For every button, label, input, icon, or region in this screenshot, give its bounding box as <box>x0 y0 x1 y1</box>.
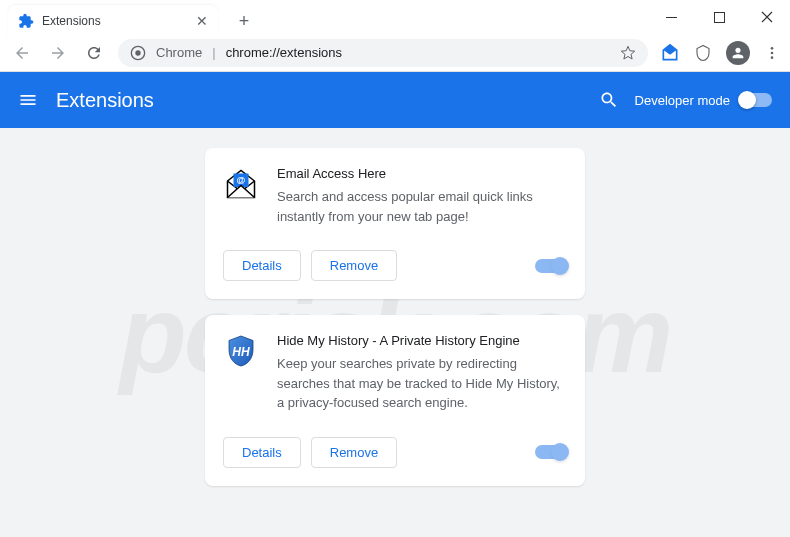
extensions-content: pcrisk.com @ Email Access Here Search an… <box>0 128 790 537</box>
shield-icon: HH <box>223 333 259 369</box>
page-title: Extensions <box>56 89 599 112</box>
puzzle-icon <box>18 13 34 29</box>
bookmark-star-icon[interactable] <box>620 45 636 61</box>
shield-extension-icon[interactable] <box>694 44 712 62</box>
omnibox-separator: | <box>212 45 215 60</box>
svg-rect-1 <box>714 12 724 22</box>
search-icon[interactable] <box>599 90 619 110</box>
maximize-button[interactable] <box>704 2 734 32</box>
details-button[interactable]: Details <box>223 250 301 281</box>
omnibox-url: chrome://extensions <box>226 45 342 60</box>
svg-rect-0 <box>666 17 677 18</box>
extension-toggle[interactable] <box>535 259 567 273</box>
new-tab-button[interactable]: + <box>230 7 258 35</box>
svg-point-5 <box>771 51 774 54</box>
developer-mode-label: Developer mode <box>635 93 730 108</box>
reload-button[interactable] <box>82 41 106 65</box>
mail-extension-icon[interactable] <box>660 43 680 63</box>
svg-text:HH: HH <box>232 345 250 359</box>
back-button[interactable] <box>10 41 34 65</box>
minimize-button[interactable] <box>656 2 686 32</box>
address-bar: Chrome | chrome://extensions <box>0 34 790 72</box>
extension-description: Search and access popular email quick li… <box>277 187 567 226</box>
remove-button[interactable]: Remove <box>311 250 397 281</box>
svg-point-3 <box>135 50 140 55</box>
email-icon: @ <box>223 166 259 202</box>
omnibox-label: Chrome <box>156 45 202 60</box>
extensions-header: Extensions Developer mode <box>0 72 790 128</box>
svg-point-6 <box>771 56 774 59</box>
extension-name: Hide My History - A Private History Engi… <box>277 333 567 348</box>
extension-name: Email Access Here <box>277 166 567 181</box>
tab-title: Extensions <box>42 14 196 28</box>
chrome-icon <box>130 45 146 61</box>
toolbar-icons <box>660 41 780 65</box>
menu-dots-icon[interactable] <box>764 45 780 61</box>
profile-avatar[interactable] <box>726 41 750 65</box>
remove-button[interactable]: Remove <box>311 437 397 468</box>
svg-point-4 <box>771 47 774 50</box>
extension-description: Keep your searches private by redirectin… <box>277 354 567 413</box>
extension-toggle[interactable] <box>535 445 567 459</box>
tab-bar: Extensions ✕ + <box>8 6 258 36</box>
details-button[interactable]: Details <box>223 437 301 468</box>
forward-button[interactable] <box>46 41 70 65</box>
svg-text:@: @ <box>237 175 246 185</box>
developer-mode-toggle[interactable] <box>740 93 772 107</box>
browser-tab[interactable]: Extensions ✕ <box>8 5 218 37</box>
extension-card: @ Email Access Here Search and access po… <box>205 148 585 299</box>
close-button[interactable] <box>752 2 782 32</box>
omnibox[interactable]: Chrome | chrome://extensions <box>118 39 648 67</box>
extension-card: HH Hide My History - A Private History E… <box>205 315 585 486</box>
hamburger-menu-icon[interactable] <box>18 90 38 110</box>
tab-close-icon[interactable]: ✕ <box>196 13 208 29</box>
